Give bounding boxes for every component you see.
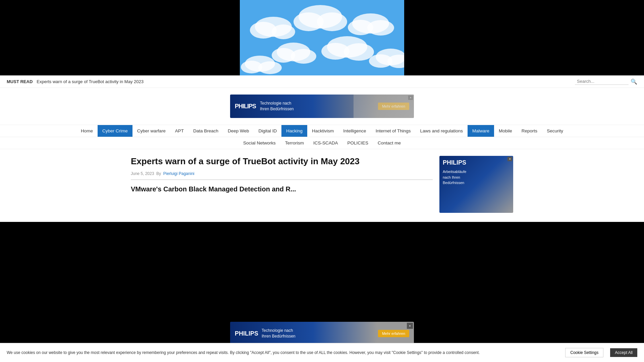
nav-item-policies[interactable]: POLICIES bbox=[343, 137, 373, 149]
nav-item-digitalid[interactable]: Digital ID bbox=[254, 125, 282, 137]
nav-item-cybercrime[interactable]: Cyber Crime bbox=[98, 125, 132, 137]
mustread-bar: MUST READ Experts warn of a surge of Tru… bbox=[0, 75, 644, 88]
nav-item-ics-scada[interactable]: ICS-SCADA bbox=[309, 137, 343, 149]
nav-item-hacking[interactable]: Hacking bbox=[281, 125, 307, 137]
nav-item-deepweb[interactable]: Deep Web bbox=[223, 125, 254, 137]
nav-item-contactme[interactable]: Contact me bbox=[373, 137, 406, 149]
sidebar-ad: PHILIPS Arbeitsabläufenach IhrenBedürfni… bbox=[439, 156, 513, 213]
nav-secondary: Social Networks Terrorism ICS-SCADA POLI… bbox=[0, 137, 644, 149]
content-wrapper: Experts warn of a surge of TrueBot activ… bbox=[121, 149, 523, 220]
search-input[interactable] bbox=[575, 78, 629, 85]
nav-item-hacktivism[interactable]: Hacktivism bbox=[307, 125, 338, 137]
nav-item-apt[interactable]: APT bbox=[170, 125, 189, 137]
article-title: Experts warn of a surge of TrueBot activ… bbox=[131, 156, 433, 167]
sidebar-ad-close-icon[interactable]: × bbox=[507, 157, 512, 161]
sidebar-ad-logo: PHILIPS bbox=[443, 159, 466, 166]
page-content: PHILIPS Technologie nachIhren Bedürfniss… bbox=[0, 88, 644, 222]
sidebar-ad-banner: PHILIPS Arbeitsabläufenach IhrenBedürfni… bbox=[439, 156, 513, 213]
nav-item-mobile[interactable]: Mobile bbox=[494, 125, 517, 137]
search-button[interactable]: 🔍 bbox=[631, 78, 637, 85]
header-banner bbox=[0, 0, 644, 75]
navigation: Home Cyber Crime Cyber warfare APT Data … bbox=[0, 125, 644, 149]
nav-item-laws[interactable]: Laws and regulations bbox=[415, 125, 468, 137]
article-divider bbox=[131, 179, 433, 180]
nav-item-home[interactable]: Home bbox=[76, 125, 98, 137]
nav-item-intelligence[interactable]: Intelligence bbox=[338, 125, 371, 137]
main-content: Experts warn of a surge of TrueBot activ… bbox=[131, 156, 433, 213]
nav-item-reports[interactable]: Reports bbox=[517, 125, 542, 137]
article-author[interactable]: Pierluigi Paganini bbox=[163, 171, 195, 176]
article-subtitle: VMware's Carbon Black Managed Detection … bbox=[131, 185, 433, 193]
article-date: June 5, 2023 bbox=[131, 171, 154, 176]
article-meta: June 5, 2023 By Pierluigi Paganini bbox=[131, 171, 433, 176]
svg-point-6 bbox=[317, 12, 347, 31]
nav-item-security[interactable]: Security bbox=[542, 125, 568, 137]
mustread-label: MUST READ bbox=[7, 79, 33, 84]
banner-image bbox=[240, 0, 404, 75]
search-area: 🔍 bbox=[575, 78, 637, 85]
nav-main: Home Cyber Crime Cyber warfare APT Data … bbox=[0, 125, 644, 137]
nav-item-terrorism[interactable]: Terrorism bbox=[280, 137, 309, 149]
nav-item-cyberwarfare[interactable]: Cyber warfare bbox=[132, 125, 170, 137]
nav-item-iot[interactable]: Internet of Things bbox=[371, 125, 416, 137]
top-ad-banner: PHILIPS Technologie nachIhren Bedürfniss… bbox=[230, 95, 414, 118]
svg-point-15 bbox=[344, 43, 374, 61]
svg-point-21 bbox=[258, 61, 282, 74]
sidebar-ad-text: Arbeitsabläufenach IhrenBedürfnissen bbox=[443, 169, 466, 186]
mustread-article[interactable]: Experts warn of a surge of TrueBot activ… bbox=[37, 79, 571, 84]
nav-item-malware[interactable]: Malware bbox=[468, 125, 494, 137]
nav-item-databreach[interactable]: Data Breach bbox=[189, 125, 223, 137]
ad-logo: PHILIPS bbox=[235, 103, 256, 110]
svg-point-9 bbox=[367, 20, 394, 36]
svg-point-12 bbox=[291, 49, 316, 64]
nav-item-socialnetworks[interactable]: Social Networks bbox=[238, 137, 280, 149]
top-ad-section: PHILIPS Technologie nachIhren Bedürfniss… bbox=[0, 88, 644, 125]
svg-point-3 bbox=[272, 24, 295, 39]
